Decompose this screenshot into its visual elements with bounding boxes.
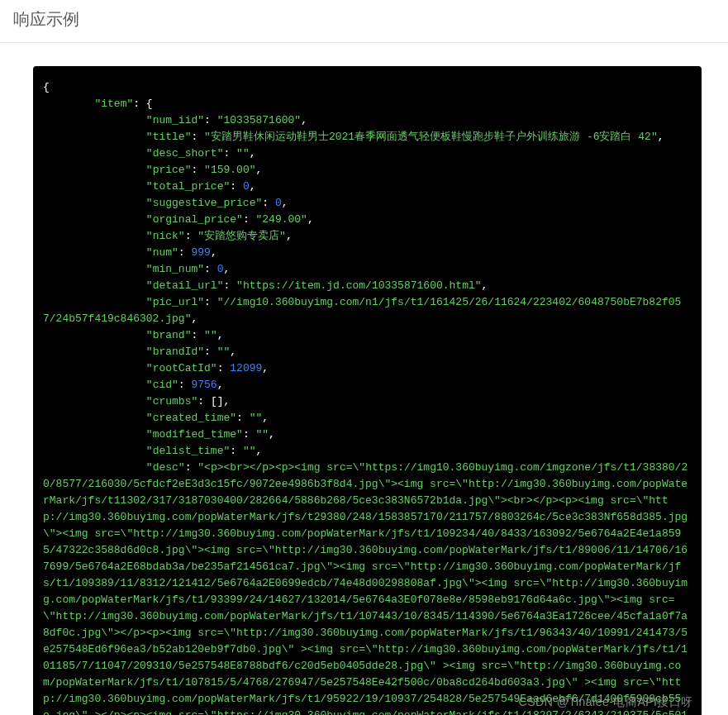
section-heading: 响应示例 — [0, 0, 728, 43]
json-response: { "item": { "num_iid": "10335871600", "t… — [43, 79, 692, 715]
response-code-block: { "item": { "num_iid": "10335871600", "t… — [33, 66, 702, 715]
